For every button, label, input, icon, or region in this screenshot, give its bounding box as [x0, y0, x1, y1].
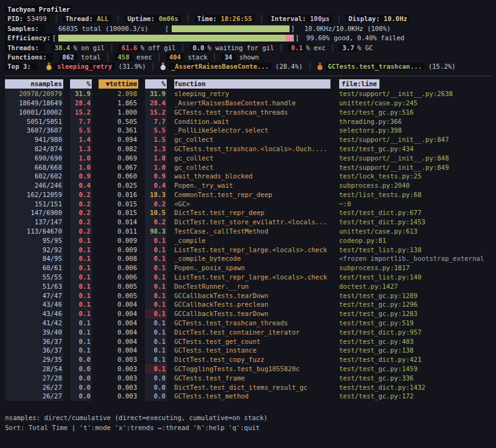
cell-file-line: test/support/__init__.py:849: [339, 163, 496, 172]
efficiency-bar-close-bracket: ]: [295, 33, 299, 43]
threads-stat-item: 38.4% on gil: [51, 44, 105, 51]
cell-nsamples: 26/27: [5, 392, 63, 401]
cell-nsamples: 26/27: [5, 383, 63, 392]
cell-nsamples: 151/151: [5, 200, 63, 209]
cell-tottime: 0.004: [99, 300, 138, 309]
cell-cumulative-pct: 1.3: [145, 144, 167, 154]
cell-tottime: 0.015: [99, 208, 138, 217]
cell-direct-pct: 0.1: [70, 282, 92, 291]
cell-function: GCCallbackTests.tearDown: [174, 291, 330, 301]
pid-value: 53499: [27, 15, 47, 22]
col-header-function[interactable]: function: [174, 79, 330, 89]
cell-cumulative-pct: 0.1: [145, 282, 167, 291]
cell-function: DocTestRunner.__run: [174, 282, 330, 291]
cell-function: _PollLikeSelector.select: [174, 126, 330, 135]
cell-tottime: 0.006: [99, 273, 138, 282]
cell-cumulative-pct: 0.2: [145, 217, 167, 227]
table-row: 10001/1000215.21.00015.2GCTests.test_tra…: [0, 108, 496, 117]
col-header-cumulative-pct[interactable]: %: [145, 79, 167, 89]
samples-bar-fill: [172, 25, 290, 32]
cell-tottime: 0.069: [99, 154, 138, 163]
cell-file-line: test/test_gc.py:519: [339, 318, 496, 328]
uptime-field: Uptime: 0m06s: [125, 15, 180, 22]
cell-tottime: 0.005: [99, 291, 138, 301]
cell-file-line: test/test_dict.py:1453: [339, 217, 496, 227]
cell-cumulative-pct: 5.5: [145, 126, 167, 135]
thread-field[interactable]: Thread: ALL: [63, 15, 112, 22]
cell-direct-pct: 0.1: [70, 291, 92, 301]
table-row: 92/920.10.0090.1ListTest.test_repr_large…: [0, 245, 496, 255]
top3-item: GCTests.test_trashcan... (15.2%): [317, 63, 456, 70]
cell-cumulative-pct: 15.2: [145, 108, 167, 117]
cell-file-line: unittest/case.py:245: [339, 99, 496, 108]
cell-function: DictTest.test_copy_fuzz: [174, 355, 330, 364]
separator: │: [213, 53, 216, 61]
cell-file-line: selectors.py:398: [339, 126, 496, 135]
cell-function: _AssertRaisesBaseContext.handle: [174, 99, 330, 108]
top3-item: _AssertRaisesBaseConte... (28.4%): [160, 63, 303, 70]
cell-nsamples: 47/47: [5, 291, 63, 301]
cell-tottime: 0.011: [99, 227, 138, 236]
separator: │: [180, 44, 184, 51]
col-header-tottime-sorted[interactable]: ▼tottime: [99, 79, 138, 89]
title-line: Tachyon Profiler: [0, 5, 496, 14]
table-row: 26/270.00.0030.0GCTests.test_methodtest/…: [0, 392, 496, 401]
cell-direct-pct: 0.1: [70, 346, 92, 355]
cell-function: sleeping_retry: [174, 89, 330, 99]
interval-value: 100µs: [310, 15, 330, 22]
cell-direct-pct: 0.1: [70, 245, 92, 255]
profiler-screen: Tachyon Profiler PID: 53499│Thread: ALL│…: [0, 0, 496, 448]
threads-stat-value: 3.7: [339, 44, 357, 51]
cell-function: <GC>: [174, 200, 330, 209]
uptime-value: 0m06s: [159, 15, 179, 22]
cell-file-line: test/test_dict.py:677: [339, 208, 496, 217]
cell-function: _compile_bytecode: [174, 254, 330, 263]
cell-file-line: test/test_gc.py:1459: [339, 364, 496, 374]
col-header-direct-pct[interactable]: %: [70, 79, 92, 89]
functions-stat-suffix: stack: [184, 53, 208, 61]
cell-function: GCTests.test_frame: [174, 374, 330, 383]
table-row: 51/630.10.0050.1DocTestRunner.__rundocte…: [0, 282, 496, 291]
cell-file-line: test/support/__init__.py:848: [339, 154, 496, 163]
cell-direct-pct: 28.4: [70, 99, 92, 108]
cell-tottime: 0.014: [99, 217, 138, 227]
threads-stat-suffix: % GC: [357, 44, 373, 51]
cell-file-line: test/test_gc.py:172: [339, 392, 496, 401]
col-header-file-line[interactable]: file:line: [339, 79, 379, 89]
cell-tottime: 2.098: [99, 89, 138, 99]
cell-direct-pct: 0.1: [70, 263, 92, 273]
cell-nsamples: 3607/3607: [5, 126, 63, 135]
top3-function-name: sleeping_retry: [55, 63, 115, 70]
threads-stat-value: 0.1: [288, 44, 306, 51]
threads-stat-value: 61.6: [118, 44, 140, 51]
cell-cumulative-pct: 0.0: [145, 383, 167, 392]
cell-direct-pct: 0.0: [70, 374, 92, 383]
cell-nsamples: 602/602: [5, 172, 63, 181]
cell-cumulative-pct: 18.3: [145, 190, 167, 200]
top3-function-name: _AssertRaisesBaseConte...: [169, 63, 272, 70]
cell-direct-pct: 7.7: [70, 117, 92, 126]
functions-stat-suffix: exec: [133, 53, 153, 61]
cell-cumulative-pct: 28.4: [145, 99, 167, 108]
table-row: 824/8741.30.0821.3GCTests.test_trashcan.…: [0, 144, 496, 154]
cell-direct-pct: 0.0: [70, 383, 92, 392]
table-row: 39/400.10.0040.1DictTest.test_container_…: [0, 328, 496, 337]
table-row: 3607/36075.50.3615.5_PollLikeSelector.se…: [0, 126, 496, 135]
cell-cumulative-pct: 0.1: [145, 337, 167, 346]
cell-nsamples: 162/12059: [5, 190, 63, 200]
cell-cumulative-pct: 0.1: [145, 346, 167, 355]
cell-tottime: 0.004: [99, 318, 138, 328]
efficiency-bar-fail-fill: [286, 35, 294, 42]
cell-nsamples: 941/980: [5, 135, 63, 144]
table-header: nsamples%▼tottime%functionfile:line: [0, 79, 496, 89]
cell-direct-pct: 5.5: [70, 126, 92, 135]
cell-cumulative-pct: 0.1: [145, 300, 167, 309]
cell-function: GCTests.test_trashcan_threads: [174, 108, 330, 117]
cell-direct-pct: 0.0: [70, 355, 92, 364]
cell-file-line: <frozen importlib._bootstrap_external: [339, 254, 496, 263]
cell-function: Popen._try_wait: [174, 181, 330, 190]
threads-stat-value: 38.4: [51, 44, 73, 51]
cell-nsamples: 690/690: [5, 154, 63, 163]
cell-nsamples: 28/54: [5, 364, 63, 374]
cell-cumulative-pct: 31.9: [145, 89, 167, 99]
